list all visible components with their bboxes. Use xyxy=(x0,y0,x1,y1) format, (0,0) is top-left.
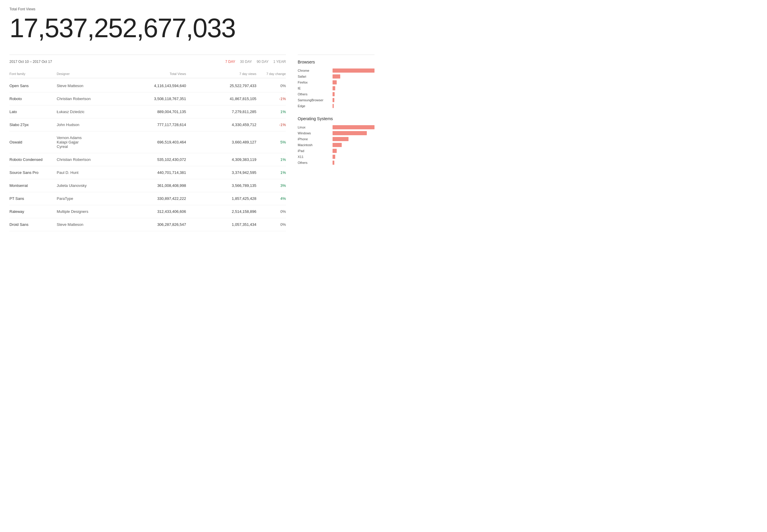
bar-fill xyxy=(332,161,334,165)
bar-track xyxy=(332,104,374,108)
bar-track xyxy=(332,125,374,129)
bar-track xyxy=(332,68,374,73)
cell-7day-views: 7,279,811,285 xyxy=(186,110,256,114)
table-row[interactable]: Roboto Condensed Christian Robertson 535… xyxy=(9,153,286,166)
cell-font-name: Lato xyxy=(9,110,57,114)
cell-7day-change: 1% xyxy=(256,157,286,162)
cell-designer: Steve Matteson xyxy=(57,222,116,227)
cell-7day-views: 1,057,351,434 xyxy=(186,222,256,227)
bar-fill xyxy=(332,149,337,153)
bar-label: Safari xyxy=(298,75,330,78)
filter-7day[interactable]: 7 DAY xyxy=(225,60,235,64)
cell-font-name: Oswald xyxy=(9,140,57,144)
cell-total: 330,897,422,222 xyxy=(116,196,186,201)
right-panel: Browsers Chrome Safari Firefox IE xyxy=(298,55,374,231)
bar-row: Windows xyxy=(298,131,374,135)
bar-row: iPad xyxy=(298,149,374,153)
top-divider xyxy=(9,55,286,55)
cell-total: 777,117,728,614 xyxy=(116,123,186,127)
bar-label: iPhone xyxy=(298,137,330,141)
col-7day-views: 7 day views xyxy=(186,72,256,76)
cell-total: 696,519,403,464 xyxy=(116,140,186,144)
cell-7day-views: 3,660,489,127 xyxy=(186,140,256,144)
cell-7day-views: 3,566,789,135 xyxy=(186,183,256,188)
cell-font-name: Source Sans Pro xyxy=(9,170,57,175)
bar-fill xyxy=(332,98,334,102)
cell-designer: Vernon AdamsKalapi GajjarCyreal xyxy=(57,136,116,149)
bar-track xyxy=(332,143,374,147)
bar-row: Macintosh xyxy=(298,143,374,147)
bar-track xyxy=(332,98,374,102)
bar-track xyxy=(332,92,374,96)
bar-row: Linux xyxy=(298,125,374,129)
date-row: 2017 Oct 10 – 2017 Oct 17 7 DAY 30 DAY 9… xyxy=(9,60,286,64)
table-row[interactable]: Slabo 27px John Hudson 777,117,728,614 4… xyxy=(9,118,286,131)
bar-fill xyxy=(332,68,374,73)
cell-designer: Multiple Designers xyxy=(57,209,116,214)
table-row[interactable]: Source Sans Pro Paul D. Hunt 440,701,714… xyxy=(9,166,286,179)
bar-row: Chrome xyxy=(298,68,374,73)
bar-row: SamsungBrowser xyxy=(298,98,374,102)
bar-label: IE xyxy=(298,87,330,90)
bar-fill xyxy=(332,155,335,159)
left-panel: 2017 Oct 10 – 2017 Oct 17 7 DAY 30 DAY 9… xyxy=(9,55,286,231)
bar-label: Linux xyxy=(298,125,330,129)
cell-designer: John Hudson xyxy=(57,123,116,127)
bar-fill xyxy=(332,104,334,108)
bar-row: Others xyxy=(298,161,374,165)
cell-total: 306,287,826,547 xyxy=(116,222,186,227)
table-row[interactable]: Raleway Multiple Designers 312,433,406,6… xyxy=(9,205,286,218)
table-row[interactable]: Open Sans Steve Matteson 4,116,143,594,6… xyxy=(9,79,286,92)
table-header: Font family Designer Total Views 7 day v… xyxy=(9,70,286,78)
filter-30day[interactable]: 30 DAY xyxy=(240,60,252,64)
cell-font-name: Droid Sans xyxy=(9,222,57,227)
table-row[interactable]: Roboto Christian Robertson 3,508,118,767… xyxy=(9,92,286,105)
cell-designer: Christian Robertson xyxy=(57,97,116,101)
bar-label: iPad xyxy=(298,149,330,153)
cell-designer: Paul D. Hunt xyxy=(57,170,116,175)
cell-font-name: Slabo 27px xyxy=(9,123,57,127)
cell-total: 535,102,430,072 xyxy=(116,157,186,162)
cell-total: 312,433,406,606 xyxy=(116,209,186,214)
cell-7day-views: 4,309,383,119 xyxy=(186,157,256,162)
filter-1year[interactable]: 1 YEAR xyxy=(273,60,286,64)
table-row[interactable]: Oswald Vernon AdamsKalapi GajjarCyreal 6… xyxy=(9,131,286,153)
table-row[interactable]: Montserrat Julieta Ulanovsky 361,008,408… xyxy=(9,179,286,192)
bar-label: Firefox xyxy=(298,81,330,84)
cell-7day-views: 41,867,815,105 xyxy=(186,97,256,101)
bar-label: Macintosh xyxy=(298,143,330,147)
cell-7day-change: -1% xyxy=(256,123,286,127)
bar-track xyxy=(332,80,374,84)
cell-total: 361,008,408,998 xyxy=(116,183,186,188)
bar-fill xyxy=(332,125,374,129)
os-chart: Linux Windows iPhone Macintosh xyxy=(298,125,374,165)
bar-label: Others xyxy=(298,92,330,96)
col-total-views: Total Views xyxy=(116,72,186,76)
cell-designer: Steve Matteson xyxy=(57,84,116,88)
main-layout: 2017 Oct 10 – 2017 Oct 17 7 DAY 30 DAY 9… xyxy=(9,55,374,231)
cell-font-name: Raleway xyxy=(9,209,57,214)
cell-7day-change: 5% xyxy=(256,140,286,144)
filter-90day[interactable]: 90 DAY xyxy=(257,60,268,64)
bar-fill xyxy=(332,131,367,135)
col-7day-change: 7 day change xyxy=(256,72,286,76)
date-range: 2017 Oct 10 – 2017 Oct 17 xyxy=(9,60,52,64)
cell-7day-change: 4% xyxy=(256,196,286,201)
table-row[interactable]: Droid Sans Steve Matteson 306,287,826,54… xyxy=(9,218,286,231)
bar-row: Firefox xyxy=(298,80,374,84)
bar-fill xyxy=(332,80,337,84)
cell-font-name: Roboto Condensed xyxy=(9,157,57,162)
cell-7day-change: 0% xyxy=(256,222,286,227)
table-body: Open Sans Steve Matteson 4,116,143,594,6… xyxy=(9,79,286,231)
cell-designer: Łukasz Dziedzic xyxy=(57,110,116,114)
table-row[interactable]: Lato Łukasz Dziedzic 889,004,701,135 7,2… xyxy=(9,105,286,118)
cell-font-name: Roboto xyxy=(9,97,57,101)
table-row[interactable]: PT Sans ParaType 330,897,422,222 1,857,4… xyxy=(9,192,286,205)
os-title: Operating Systems xyxy=(298,116,374,121)
col-designer: Designer xyxy=(57,72,116,76)
bar-row: IE xyxy=(298,86,374,90)
cell-7day-change: 1% xyxy=(256,170,286,175)
cell-font-name: Open Sans xyxy=(9,84,57,88)
bar-track xyxy=(332,86,374,90)
cell-font-name: PT Sans xyxy=(9,196,57,201)
